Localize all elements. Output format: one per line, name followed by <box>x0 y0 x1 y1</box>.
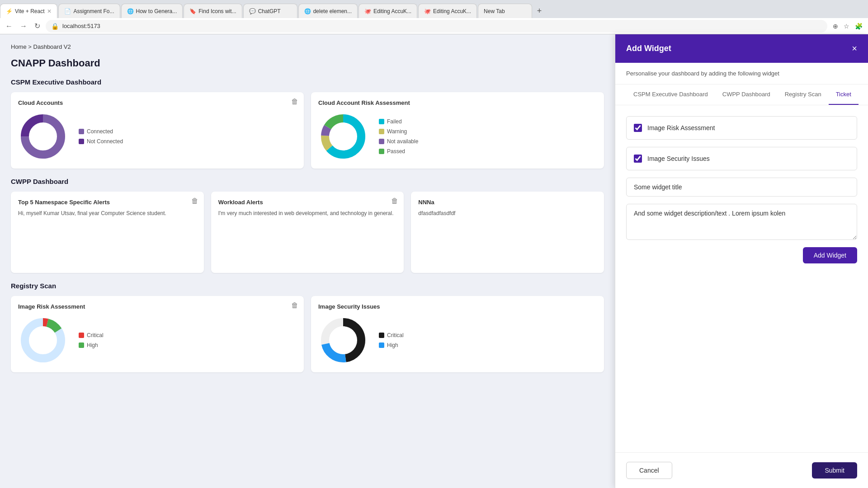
registry-legend-1: Critical High <box>379 332 404 348</box>
tab-favicon-assignment: 📄 <box>64 8 71 14</box>
tab-favicon-vite: ⚡ <box>6 8 12 14</box>
cwpp-card-text-2: dfasdfadfasdfdf <box>418 209 597 217</box>
checkbox-image-security-label: Image Security Issues <box>647 155 710 162</box>
browser-actions: ⊕ ☆ 🧩 <box>831 21 864 32</box>
breadcrumb-home[interactable]: Home <box>11 43 27 50</box>
tab-delete[interactable]: 🌐 delete elemen... <box>298 4 358 18</box>
high-dot-1 <box>379 343 384 348</box>
tab-registry-scan[interactable]: Registry Scan <box>778 84 829 105</box>
tab-editing-1[interactable]: 🐙 Editing AccuK... <box>359 4 417 18</box>
widget-title-input[interactable] <box>626 178 857 197</box>
cancel-button[interactable]: Cancel <box>626 462 672 479</box>
cwpp-card-title-1: Workload Alerts <box>218 199 397 206</box>
tab-favicon-delete: 🌐 <box>304 8 311 14</box>
critical-dot-1 <box>379 333 384 338</box>
cwpp-card-delete-1[interactable]: 🗑 <box>391 197 398 205</box>
tab-ticket[interactable]: Ticket <box>829 84 859 105</box>
legend-warning: Warning <box>379 128 418 135</box>
tab-chatgpt[interactable]: 💬 ChatGPT <box>243 4 297 18</box>
breadcrumb-separator: > <box>28 43 32 50</box>
registry-cards-row: Image Risk Assessment 🗑 Critical <box>11 296 604 372</box>
cwpp-card-text-1: I'm very much interested in web developm… <box>218 209 397 217</box>
legend-not-available: Not available <box>379 138 418 145</box>
legend-critical-0: Critical <box>79 332 104 338</box>
panel-header: Add Widget × <box>615 34 868 63</box>
tab-label: Editing AccuK... <box>373 8 411 14</box>
registry-chart-0 <box>18 315 68 365</box>
tab-vite-react[interactable]: ⚡ Vite + React ✕ <box>0 4 57 18</box>
tab-close-vite[interactable]: ✕ <box>47 8 52 14</box>
registry-card-delete-0[interactable]: 🗑 <box>291 301 298 310</box>
tab-cwpp-dash[interactable]: CWPP Dashboard <box>715 84 778 105</box>
cloud-accounts-title: Cloud Accounts <box>18 99 297 106</box>
cloud-risk-title: Cloud Account Risk Assessment <box>318 99 597 106</box>
passed-label: Passed <box>387 148 405 155</box>
extensions-button[interactable]: 🧩 <box>853 21 864 32</box>
submit-button[interactable]: Submit <box>812 462 857 479</box>
bookmark-button[interactable]: ☆ <box>842 21 851 32</box>
cwpp-card-delete-0[interactable]: 🗑 <box>191 197 198 205</box>
critical-label-0: Critical <box>87 332 104 338</box>
tab-favicon-how: 🌐 <box>127 8 133 14</box>
not-available-dot <box>379 139 384 144</box>
registry-card-1: Image Security Issues Critical <box>311 296 604 372</box>
tab-assignment[interactable]: 📄 Assignment Fo... <box>58 4 120 18</box>
cloud-accounts-chart <box>18 112 68 161</box>
cwpp-card-title-0: Top 5 Namespace Specific Alerts <box>18 199 197 206</box>
critical-label-1: Critical <box>387 332 404 338</box>
not-available-label: Not available <box>387 138 418 145</box>
legend-passed: Passed <box>379 148 418 155</box>
panel-close-button[interactable]: × <box>852 43 857 54</box>
cwpp-card-1: Workload Alerts 🗑 I'm very much interest… <box>211 192 404 273</box>
cspm-cards-row: Cloud Accounts 🗑 Connected <box>11 92 604 169</box>
tab-cspm-exec[interactable]: CSPM Executive Dashboard <box>626 84 715 105</box>
tab-how-to[interactable]: 🌐 How to Genera... <box>121 4 183 18</box>
back-button[interactable]: ← <box>4 20 14 32</box>
cloud-accounts-card: Cloud Accounts 🗑 Connected <box>11 92 304 169</box>
tab-label: delete elemen... <box>313 8 352 14</box>
legend-high-0: High <box>79 342 104 348</box>
tab-editing-2[interactable]: 🐙 Editing AccuK... <box>418 4 477 18</box>
new-tab-button[interactable]: + <box>533 5 546 17</box>
passed-dot <box>379 149 384 154</box>
tab-label: Editing AccuK... <box>433 8 471 14</box>
breadcrumb-current: Dashboard V2 <box>33 43 71 50</box>
legend-failed: Failed <box>379 118 418 125</box>
legend-high-1: High <box>379 342 404 348</box>
legend-not-connected: Not Connected <box>79 138 123 145</box>
tab-label: Assignment Fo... <box>73 8 114 14</box>
panel-subtitle: Personalise your dashboard by adding the… <box>615 63 868 84</box>
warning-label: Warning <box>387 128 407 135</box>
cloud-risk-content: Failed Warning Not available Passed <box>318 112 597 161</box>
share-button[interactable]: ⊕ <box>831 21 840 32</box>
tab-favicon-editing2: 🐙 <box>424 8 430 14</box>
breadcrumb: Home > Dashboard V2 <box>11 43 604 50</box>
not-connected-dot <box>79 139 84 144</box>
high-label-1: High <box>387 342 398 348</box>
tab-new[interactable]: New Tab <box>478 4 532 18</box>
tab-label: How to Genera... <box>136 8 177 14</box>
address-bar: ← → ↻ 🔒 localhost:5173 ⊕ ☆ 🧩 <box>0 18 868 34</box>
connected-dot <box>79 129 84 134</box>
panel-footer: Cancel Submit <box>615 452 868 488</box>
high-label-0: High <box>87 342 98 348</box>
cloud-risk-legend: Failed Warning Not available Passed <box>379 118 418 155</box>
add-widget-button[interactable]: Add Widget <box>803 247 857 263</box>
registry-section-title: Registry Scan <box>11 282 604 290</box>
cwpp-card-2: NNNa dfasdfadfasdfdf <box>411 192 604 273</box>
widget-tabs: CSPM Executive Dashboard CWPP Dashboard … <box>615 84 868 105</box>
registry-legend-0: Critical High <box>79 332 104 348</box>
registry-card-title-0: Image Risk Assessment <box>18 303 297 310</box>
cloud-risk-card: Cloud Account Risk Assessment <box>311 92 604 169</box>
forward-button[interactable]: → <box>18 20 29 32</box>
widget-description-textarea[interactable]: And some widget description/text . Lorem… <box>626 204 857 240</box>
url-bar[interactable]: 🔒 localhost:5173 <box>46 20 827 33</box>
tab-favicon-editing1: 🐙 <box>364 8 371 14</box>
tab-find-icons[interactable]: 🔖 Find Icons wit... <box>184 4 242 18</box>
checkbox-image-risk-input[interactable] <box>634 124 642 132</box>
failed-label: Failed <box>387 118 402 125</box>
refresh-button[interactable]: ↻ <box>33 20 42 32</box>
checkbox-image-security-input[interactable] <box>634 155 642 163</box>
tab-label: Vite + React <box>15 8 44 14</box>
cloud-accounts-delete-button[interactable]: 🗑 <box>291 98 298 106</box>
